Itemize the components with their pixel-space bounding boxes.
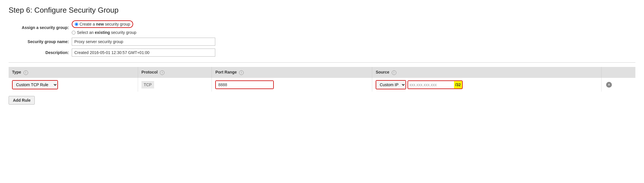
col-type-label: Type [12,70,21,74]
source-info-icon[interactable]: i [392,70,396,75]
rules-table: Type i Protocol i Port Range i Source i [9,67,635,92]
port-range-cell [212,78,372,92]
ip-input[interactable] [408,81,454,88]
radio-new-label: Create a new security group [79,22,130,26]
col-protocol-label: Protocol [141,70,158,74]
type-info-icon[interactable]: i [24,70,28,75]
table-header-row: Type i Protocol i Port Range i Source i [9,67,635,78]
port-range-info-icon[interactable]: i [239,70,244,75]
radio-existing-input[interactable] [72,31,75,34]
assign-group-label: Assign a security group: [9,25,72,30]
source-wrapper: Custom IP Anywhere My IP /32 [376,80,598,89]
table-header: Type i Protocol i Port Range i Source i [9,67,635,78]
col-header-type: Type i [9,67,138,78]
radio-new-input[interactable] [75,22,78,26]
source-select[interactable]: Custom IP Anywhere My IP [376,81,406,89]
delete-rule-button[interactable]: ✕ [606,82,612,88]
ip-suffix: /32 [454,81,462,88]
radio-existing-option[interactable]: Select an existing security group [72,30,136,35]
type-cell: Custom TCP Rule Custom UDP Rule Custom I… [9,78,138,92]
protocol-cell: TCP [138,78,212,92]
description-label: Description: [9,50,72,55]
page-title: Step 6: Configure Security Group [9,6,635,15]
col-header-port-range: Port Range i [212,67,372,78]
description-input[interactable] [72,49,215,57]
add-rule-button[interactable]: Add Rule [9,96,35,105]
description-row: Description: [9,49,635,57]
type-select[interactable]: Custom TCP Rule Custom UDP Rule Custom I… [13,81,57,89]
radio-new-option[interactable]: Create a new security group [72,20,136,28]
assign-group-row: Assign a security group: Create a new se… [9,20,635,35]
table-body: Custom TCP Rule Custom UDP Rule Custom I… [9,78,635,92]
actions-cell: ✕ [602,78,635,92]
type-select-wrapper[interactable]: Custom TCP Rule Custom UDP Rule Custom I… [12,80,58,89]
table-row: Custom TCP Rule Custom UDP Rule Custom I… [9,78,635,92]
col-header-protocol: Protocol i [138,67,212,78]
source-cell: Custom IP Anywhere My IP /32 [372,78,602,92]
radio-existing-label: Select an existing security group [77,30,136,35]
radio-new-circled[interactable]: Create a new security group [72,20,133,28]
ip-input-wrapper[interactable]: /32 [408,80,462,89]
col-port-range-label: Port Range [215,70,237,74]
col-header-source: Source i [372,67,602,78]
radio-group: Create a new security group Select an ex… [72,20,136,35]
col-header-actions [602,67,635,78]
port-range-input[interactable] [216,81,273,88]
port-input-wrapper[interactable] [215,80,274,89]
source-select-wrapper[interactable]: Custom IP Anywhere My IP [376,80,406,89]
security-group-form: Assign a security group: Create a new se… [9,20,635,57]
protocol-info-icon[interactable]: i [160,70,164,75]
protocol-value: TCP [141,81,154,88]
sg-name-label: Security group name: [9,39,72,44]
section-divider [9,62,635,63]
sg-name-row: Security group name: [9,38,635,46]
col-source-label: Source [376,70,389,74]
sg-name-input[interactable] [72,38,215,46]
